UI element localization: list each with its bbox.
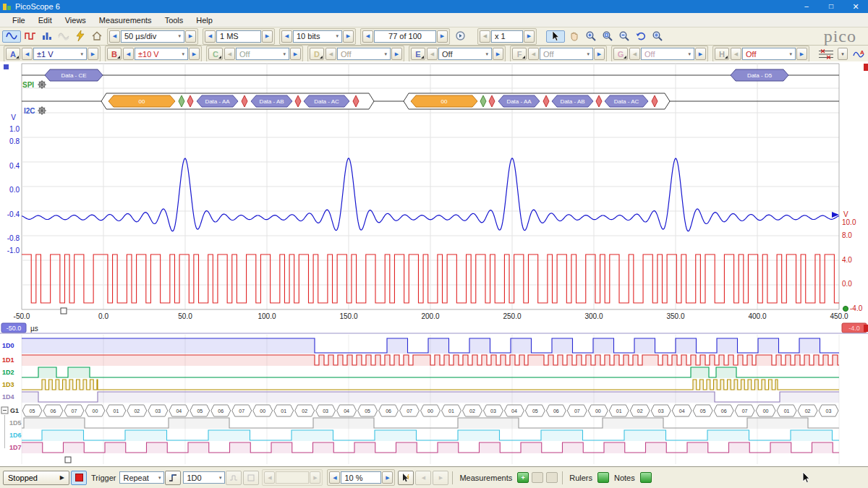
buffer-next-button[interactable]: ▶ xyxy=(437,30,448,43)
resolution-select[interactable]: 10 bits▾ xyxy=(293,30,342,43)
buffer-select[interactable]: 77 of 100 xyxy=(374,30,436,43)
scope-view-button[interactable] xyxy=(2,30,21,43)
spectrum-view-button[interactable] xyxy=(39,29,54,43)
trigger-source-select[interactable]: 1D0▾ xyxy=(183,471,225,484)
channel-B-next-button[interactable]: ▶ xyxy=(189,48,200,60)
channel-G-prev-button[interactable]: ◀ xyxy=(629,48,640,60)
timebase-select[interactable]: 50 µs/div▾ xyxy=(121,30,184,43)
pointer-tool-button[interactable] xyxy=(546,30,565,43)
digital-channels-button[interactable] xyxy=(816,47,836,61)
channel-A-next-button[interactable]: ▶ xyxy=(88,48,98,60)
channel-G-range-select[interactable]: Off▾ xyxy=(641,48,694,60)
start-stop-button[interactable]: Stopped▶ xyxy=(3,471,69,485)
zoom-prev-button[interactable]: ◀ xyxy=(480,30,490,43)
overview-handle[interactable] xyxy=(4,64,9,69)
channel-D-next-button[interactable]: ▶ xyxy=(391,48,402,60)
buffer-navigator-button[interactable] xyxy=(453,29,468,43)
channel-D-button[interactable]: D xyxy=(310,48,324,60)
channel-D-range-select[interactable]: Off▾ xyxy=(337,48,391,60)
samples-select[interactable]: 1 MS xyxy=(216,30,261,43)
hand-tool-button[interactable] xyxy=(566,29,582,43)
menu-measurements[interactable]: Measurements xyxy=(93,16,158,25)
zoom-window-tool-button[interactable] xyxy=(600,29,615,43)
trigger-props-button[interactable] xyxy=(243,471,259,485)
channel-C-range-select[interactable]: Off▾ xyxy=(236,48,289,60)
trigger-position-value[interactable]: 10 % xyxy=(341,471,381,484)
channel-E-range-select[interactable]: Off▾ xyxy=(438,48,492,60)
channel-E-prev-button[interactable]: ◀ xyxy=(427,48,438,60)
next-marker-button[interactable]: ▶ xyxy=(433,471,448,485)
channel-G-button[interactable]: G xyxy=(613,48,628,60)
trigger-mode-select[interactable]: Repeat▾ xyxy=(119,471,164,484)
channel-F-button[interactable]: F xyxy=(512,48,527,60)
channel-H-button[interactable]: H xyxy=(715,48,729,60)
samples-next-button[interactable]: ▶ xyxy=(262,30,273,43)
pretrigger-next-button[interactable]: ▶ xyxy=(310,471,320,484)
home-button[interactable] xyxy=(89,29,104,43)
zoom-next-button[interactable]: ▶ xyxy=(524,30,535,43)
edit-measurement-button[interactable] xyxy=(532,472,543,483)
delete-measurement-button[interactable] xyxy=(546,472,558,483)
trigger-position-next-button[interactable]: ▶ xyxy=(382,471,393,484)
channel-H-prev-button[interactable]: ◀ xyxy=(731,48,741,60)
buffer-prev-button[interactable]: ◀ xyxy=(362,30,373,43)
waveform-display[interactable]: Data - CEData - D500Data - AAData - ABDa… xyxy=(0,61,868,466)
timebase-next-button[interactable]: ▶ xyxy=(185,30,196,43)
menu-tools[interactable]: Tools xyxy=(158,16,190,25)
channel-B-button[interactable]: B xyxy=(107,48,122,60)
menu-help[interactable]: Help xyxy=(190,16,219,25)
record-button[interactable] xyxy=(71,471,87,485)
timebase-prev-button[interactable]: ◀ xyxy=(109,30,120,43)
channel-A-button[interactable]: A xyxy=(6,48,20,60)
resolution-next-button[interactable]: ▶ xyxy=(343,30,354,43)
channel-C-button[interactable]: C xyxy=(208,48,223,60)
math-channels-button[interactable]: A xyxy=(851,47,867,61)
trigger-marker-button[interactable] xyxy=(398,471,414,485)
menu-views[interactable]: Views xyxy=(59,16,93,25)
trigger-marker[interactable] xyxy=(61,308,67,314)
channel-H-range-select[interactable]: Off▾ xyxy=(742,48,796,60)
channel-G-next-button[interactable]: ▶ xyxy=(695,48,706,60)
channel-H-next-button[interactable]: ▶ xyxy=(796,48,807,60)
zoom-full-tool-button[interactable] xyxy=(650,29,665,43)
channel-D-prev-button[interactable]: ◀ xyxy=(326,48,336,60)
channel-F-next-button[interactable]: ▶ xyxy=(594,48,605,60)
channel-A-prev-button[interactable]: ◀ xyxy=(22,48,33,60)
digital-view-button[interactable] xyxy=(22,29,38,43)
zoom-out-tool-button[interactable] xyxy=(616,29,631,43)
zoom-in-tool-button[interactable] xyxy=(583,29,598,43)
digital-channels-caret-button[interactable]: ▾ xyxy=(838,48,848,60)
menu-edit[interactable]: Edit xyxy=(32,16,59,25)
samples-prev-button[interactable]: ◀ xyxy=(205,30,216,43)
close-button[interactable]: ✕ xyxy=(843,0,868,13)
pretrigger-prev-button[interactable]: ◀ xyxy=(264,471,275,484)
channel-E-button[interactable]: E xyxy=(411,48,425,60)
x-axis-tick: 350.0 xyxy=(666,312,684,320)
channel-C-next-button[interactable]: ▶ xyxy=(290,48,301,60)
persistence-view-button[interactable] xyxy=(56,29,71,43)
channel-F-range-select[interactable]: Off▾ xyxy=(540,48,593,60)
trigger-edge-button[interactable] xyxy=(165,471,181,485)
channel-A-range-select[interactable]: ±1 V▾ xyxy=(33,48,87,60)
channel-E-next-button[interactable]: ▶ xyxy=(493,48,503,60)
trigger-advanced-button[interactable] xyxy=(226,471,242,485)
rulers-button[interactable] xyxy=(597,472,609,483)
trigger-position-prev-button[interactable]: ◀ xyxy=(329,471,340,484)
resolution-prev-button[interactable]: ◀ xyxy=(281,30,292,43)
channel-F-prev-button[interactable]: ◀ xyxy=(528,48,539,60)
prev-marker-button[interactable]: ◀ xyxy=(415,471,431,485)
probe-wizard-button[interactable] xyxy=(72,29,88,43)
zoom-factor-select[interactable]: x 1 xyxy=(491,30,523,43)
channel-B-prev-button[interactable]: ◀ xyxy=(123,48,134,60)
maximize-button[interactable]: □ xyxy=(819,0,843,13)
add-measurement-button[interactable]: + xyxy=(517,472,529,483)
digital-trigger-marker[interactable] xyxy=(65,457,71,463)
measurements-label: Measurements xyxy=(459,474,512,482)
undo-zoom-button[interactable] xyxy=(633,29,648,43)
menu-file[interactable]: File xyxy=(6,16,32,25)
channel-C-prev-button[interactable]: ◀ xyxy=(224,48,235,60)
notes-button[interactable] xyxy=(640,472,652,483)
channel-B-range-select[interactable]: ±10 V▾ xyxy=(135,48,188,60)
minimize-button[interactable]: – xyxy=(794,0,819,13)
scope-canvas[interactable]: Data - CEData - D500Data - AAData - ABDa… xyxy=(0,61,868,466)
